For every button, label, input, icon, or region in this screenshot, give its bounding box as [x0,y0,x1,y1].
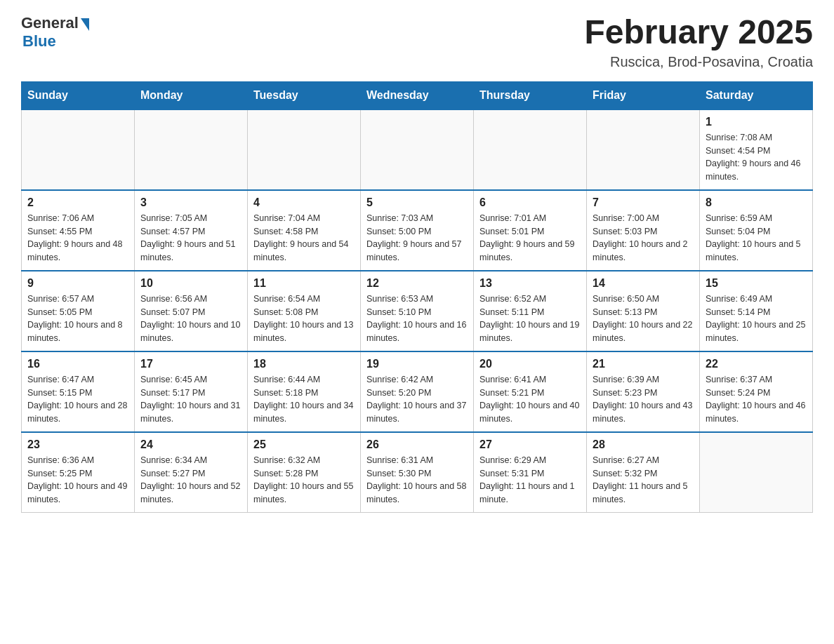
calendar-cell: 14Sunrise: 6:50 AMSunset: 5:13 PMDayligh… [587,271,700,351]
calendar-cell: 3Sunrise: 7:05 AMSunset: 4:57 PMDaylight… [135,190,248,271]
calendar-cell: 22Sunrise: 6:37 AMSunset: 5:24 PMDayligh… [700,351,813,432]
weekday-header-wednesday: Wednesday [361,81,474,109]
calendar-week-row: 2Sunrise: 7:06 AMSunset: 4:55 PMDaylight… [22,190,813,271]
calendar-cell: 18Sunrise: 6:44 AMSunset: 5:18 PMDayligh… [248,351,361,432]
calendar-week-row: 23Sunrise: 6:36 AMSunset: 5:25 PMDayligh… [22,432,813,513]
day-number: 5 [366,196,468,209]
day-info: Sunrise: 6:57 AMSunset: 5:05 PMDaylight:… [27,293,128,345]
calendar-cell: 7Sunrise: 7:00 AMSunset: 5:03 PMDaylight… [587,190,700,271]
calendar-cell: 19Sunrise: 6:42 AMSunset: 5:20 PMDayligh… [361,351,474,432]
weekday-header-thursday: Thursday [474,81,587,109]
day-info: Sunrise: 6:56 AMSunset: 5:07 PMDaylight:… [140,293,241,345]
calendar-header-row: SundayMondayTuesdayWednesdayThursdayFrid… [22,81,813,109]
day-number: 22 [706,358,807,370]
day-info: Sunrise: 7:03 AMSunset: 5:00 PMDaylight:… [366,212,468,264]
calendar-cell: 15Sunrise: 6:49 AMSunset: 5:14 PMDayligh… [700,271,813,351]
calendar-cell [587,109,700,190]
day-info: Sunrise: 6:29 AMSunset: 5:31 PMDaylight:… [479,454,581,507]
calendar-cell [135,109,248,190]
logo-general-text: General [21,14,79,32]
day-info: Sunrise: 7:05 AMSunset: 4:57 PMDaylight:… [140,212,241,264]
day-info: Sunrise: 6:44 AMSunset: 5:18 PMDaylight:… [253,373,355,426]
weekday-header-monday: Monday [135,81,248,109]
day-info: Sunrise: 6:39 AMSunset: 5:23 PMDaylight:… [593,373,694,426]
day-number: 4 [253,196,355,209]
day-number: 8 [706,196,807,209]
month-title: February 2025 [584,14,813,51]
day-number: 12 [366,277,468,290]
weekday-header-sunday: Sunday [22,81,135,109]
day-number: 17 [140,358,241,370]
calendar-cell [700,432,813,513]
day-info: Sunrise: 6:37 AMSunset: 5:24 PMDaylight:… [706,373,807,426]
calendar-cell: 8Sunrise: 6:59 AMSunset: 5:04 PMDaylight… [700,190,813,271]
day-number: 28 [593,438,694,451]
day-info: Sunrise: 6:50 AMSunset: 5:13 PMDaylight:… [593,293,694,345]
calendar-cell: 21Sunrise: 6:39 AMSunset: 5:23 PMDayligh… [587,351,700,432]
day-info: Sunrise: 6:52 AMSunset: 5:11 PMDaylight:… [479,293,581,345]
day-number: 15 [706,277,807,290]
day-info: Sunrise: 6:41 AMSunset: 5:21 PMDaylight:… [479,373,581,426]
location-subtitle: Ruscica, Brod-Posavina, Croatia [584,54,813,70]
calendar-cell [22,109,135,190]
calendar-cell: 20Sunrise: 6:41 AMSunset: 5:21 PMDayligh… [474,351,587,432]
calendar-cell: 28Sunrise: 6:27 AMSunset: 5:32 PMDayligh… [587,432,700,513]
calendar-cell [474,109,587,190]
day-number: 16 [27,358,128,370]
page-header: General Blue February 2025 Ruscica, Brod… [21,14,813,70]
day-number: 27 [479,438,581,451]
calendar-week-row: 1Sunrise: 7:08 AMSunset: 4:54 PMDaylight… [22,109,813,190]
day-number: 21 [593,358,694,370]
day-number: 24 [140,438,241,451]
day-number: 23 [27,438,128,451]
day-number: 3 [140,196,241,209]
calendar-cell: 12Sunrise: 6:53 AMSunset: 5:10 PMDayligh… [361,271,474,351]
day-info: Sunrise: 7:08 AMSunset: 4:54 PMDaylight:… [706,131,807,184]
calendar-cell: 5Sunrise: 7:03 AMSunset: 5:00 PMDaylight… [361,190,474,271]
day-info: Sunrise: 6:54 AMSunset: 5:08 PMDaylight:… [253,293,355,345]
calendar-cell: 13Sunrise: 6:52 AMSunset: 5:11 PMDayligh… [474,271,587,351]
calendar-cell: 23Sunrise: 6:36 AMSunset: 5:25 PMDayligh… [22,432,135,513]
day-info: Sunrise: 6:31 AMSunset: 5:30 PMDaylight:… [366,454,468,507]
calendar-week-row: 16Sunrise: 6:47 AMSunset: 5:15 PMDayligh… [22,351,813,432]
day-info: Sunrise: 7:00 AMSunset: 5:03 PMDaylight:… [593,212,694,264]
calendar-week-row: 9Sunrise: 6:57 AMSunset: 5:05 PMDaylight… [22,271,813,351]
calendar-cell: 10Sunrise: 6:56 AMSunset: 5:07 PMDayligh… [135,271,248,351]
calendar-cell: 27Sunrise: 6:29 AMSunset: 5:31 PMDayligh… [474,432,587,513]
day-number: 6 [479,196,581,209]
logo: General Blue [21,14,89,51]
day-number: 18 [253,358,355,370]
calendar-cell: 9Sunrise: 6:57 AMSunset: 5:05 PMDaylight… [22,271,135,351]
day-info: Sunrise: 6:34 AMSunset: 5:27 PMDaylight:… [140,454,241,507]
logo-arrow-icon [81,18,89,31]
calendar-cell: 17Sunrise: 6:45 AMSunset: 5:17 PMDayligh… [135,351,248,432]
calendar-cell: 11Sunrise: 6:54 AMSunset: 5:08 PMDayligh… [248,271,361,351]
day-number: 25 [253,438,355,451]
day-info: Sunrise: 6:53 AMSunset: 5:10 PMDaylight:… [366,293,468,345]
day-number: 2 [27,196,128,209]
day-number: 11 [253,277,355,290]
day-number: 7 [593,196,694,209]
day-info: Sunrise: 6:45 AMSunset: 5:17 PMDaylight:… [140,373,241,426]
day-number: 1 [706,116,807,128]
calendar-cell: 6Sunrise: 7:01 AMSunset: 5:01 PMDaylight… [474,190,587,271]
day-info: Sunrise: 6:49 AMSunset: 5:14 PMDaylight:… [706,293,807,345]
calendar-cell: 26Sunrise: 6:31 AMSunset: 5:30 PMDayligh… [361,432,474,513]
day-info: Sunrise: 6:27 AMSunset: 5:32 PMDaylight:… [593,454,694,507]
calendar-cell [361,109,474,190]
day-number: 19 [366,358,468,370]
weekday-header-friday: Friday [587,81,700,109]
calendar-cell: 25Sunrise: 6:32 AMSunset: 5:28 PMDayligh… [248,432,361,513]
title-block: February 2025 Ruscica, Brod-Posavina, Cr… [584,14,813,70]
day-info: Sunrise: 7:01 AMSunset: 5:01 PMDaylight:… [479,212,581,264]
day-number: 9 [27,277,128,290]
day-info: Sunrise: 6:36 AMSunset: 5:25 PMDaylight:… [27,454,128,507]
day-number: 13 [479,277,581,290]
day-number: 20 [479,358,581,370]
calendar-cell: 24Sunrise: 6:34 AMSunset: 5:27 PMDayligh… [135,432,248,513]
day-number: 10 [140,277,241,290]
calendar-cell: 1Sunrise: 7:08 AMSunset: 4:54 PMDaylight… [700,109,813,190]
day-info: Sunrise: 6:47 AMSunset: 5:15 PMDaylight:… [27,373,128,426]
logo-blue-text: Blue [22,32,56,51]
calendar-cell: 2Sunrise: 7:06 AMSunset: 4:55 PMDaylight… [22,190,135,271]
